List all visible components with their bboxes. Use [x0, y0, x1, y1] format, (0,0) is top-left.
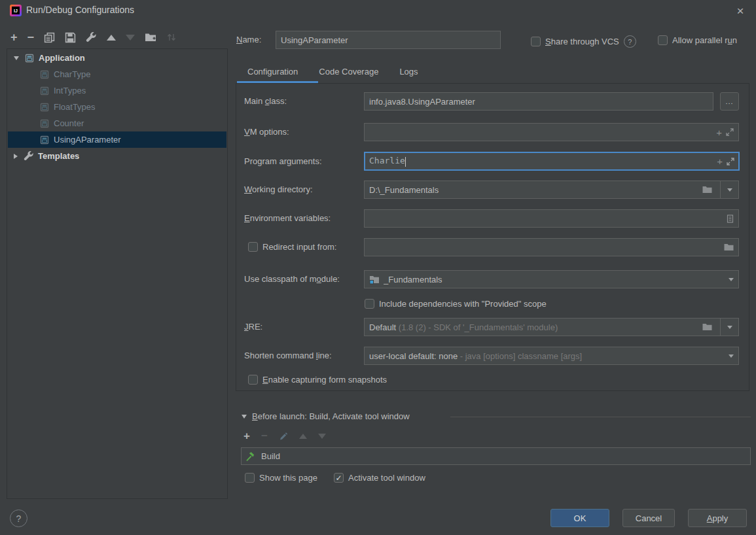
main-class-field[interactable]: info.java8.UsingAParameter: [364, 92, 713, 111]
tree-item-usingaparameter-selected[interactable]: UsingAParameter: [8, 131, 226, 148]
sort-configurations-icon: [166, 32, 177, 43]
working-directory-dropdown-button[interactable]: [720, 181, 738, 198]
tab-configuration[interactable]: Configuration: [237, 61, 308, 82]
chevron-down-icon[interactable]: [729, 278, 734, 281]
main-class-browse-button[interactable]: ...: [720, 92, 739, 111]
jre-combobox[interactable]: Default (1.8 (2) - SDK of '_Fundamentals…: [364, 318, 739, 336]
tab-code-coverage[interactable]: Code Coverage: [308, 61, 389, 82]
cancel-button[interactable]: Cancel: [622, 509, 675, 527]
add-value-icon[interactable]: +: [717, 156, 723, 167]
add-task-icon[interactable]: +: [243, 430, 250, 443]
ok-button[interactable]: OK: [550, 509, 609, 527]
build-hammer-icon: [245, 451, 256, 462]
shorten-command-line-combobox[interactable]: user-local default: none - java [options…: [364, 347, 739, 365]
folder-icon[interactable]: [702, 186, 712, 194]
expand-field-icon[interactable]: [727, 158, 734, 165]
show-this-page-label: Show this page: [259, 473, 317, 483]
intellij-logo-icon: IJ: [10, 5, 22, 16]
share-vcs-checkbox[interactable]: [531, 37, 541, 46]
form-snapshots-label: Enable capturing form snapshots: [262, 375, 387, 385]
edit-task-icon: [279, 432, 288, 441]
allow-parallel-run-label: Allow parallel run: [672, 35, 737, 45]
collapsed-triangle-icon[interactable]: [14, 154, 18, 159]
edit-templates-icon[interactable]: [86, 32, 97, 43]
tree-item-chartype[interactable]: CharType: [8, 66, 226, 82]
before-launch-toolbar: + −: [243, 430, 326, 442]
expand-field-icon[interactable]: [726, 128, 734, 136]
folder-icon[interactable]: [724, 243, 734, 251]
shorten-command-line-label: Shorten command line:: [244, 347, 332, 365]
run-debug-configurations-dialog: IJ Run/Debug Configurations × + −: [0, 0, 756, 535]
tree-item-application[interactable]: Application: [8, 50, 226, 66]
share-vcs-label: Share through VCS: [545, 37, 619, 46]
add-value-icon[interactable]: +: [716, 127, 722, 138]
tree-item-templates[interactable]: Templates: [8, 148, 226, 164]
activate-tool-window-row[interactable]: ✓ Activate tool window: [334, 473, 425, 483]
expand-triangle-icon[interactable]: [242, 415, 247, 419]
move-task-up-icon: [299, 434, 307, 439]
configurations-tree: Application CharType IntTypes FloatTypes: [7, 48, 228, 499]
application-icon: [24, 53, 35, 63]
allow-parallel-run-row[interactable]: Allow parallel run: [658, 35, 737, 45]
tree-item-floattypes[interactable]: FloatTypes: [8, 99, 226, 115]
form-snapshots-row[interactable]: Enable capturing form snapshots: [248, 375, 387, 385]
expand-triangle-icon[interactable]: [14, 56, 19, 60]
redirect-input-row[interactable]: Redirect input from:: [248, 242, 336, 252]
classpath-module-label: Use classpath of module:: [244, 270, 340, 288]
configurations-toolbar: + −: [10, 30, 177, 44]
jre-label: JRE:: [244, 318, 262, 336]
jre-dropdown-button[interactable]: [720, 319, 738, 336]
share-through-vcs-row[interactable]: Share through VCS ?: [531, 35, 636, 48]
activate-tool-window-label: Activate tool window: [348, 473, 425, 483]
program-arguments-label: Program arguments:: [244, 152, 322, 171]
classpath-module-combobox[interactable]: _Fundamentals: [364, 270, 739, 288]
form-snapshots-checkbox[interactable]: [248, 375, 258, 385]
before-launch-task-row[interactable]: Build: [241, 447, 751, 465]
section-divider: [450, 417, 751, 417]
remove-icon[interactable]: −: [27, 31, 35, 44]
wrench-icon: [24, 151, 34, 162]
environment-variables-label: Environment variables:: [244, 209, 331, 228]
working-directory-label: Working directory:: [244, 181, 313, 199]
environment-variables-field[interactable]: [364, 209, 739, 228]
move-up-icon[interactable]: [107, 35, 116, 41]
activate-tool-window-checkbox[interactable]: ✓: [334, 473, 344, 483]
provided-scope-checkbox[interactable]: [365, 299, 374, 309]
copy-configuration-icon[interactable]: [44, 32, 55, 43]
create-new-folder-icon[interactable]: [145, 32, 156, 43]
tree-item-counter[interactable]: Counter: [8, 115, 226, 131]
help-icon[interactable]: ?: [10, 509, 27, 527]
main-class-label: Main class:: [244, 92, 287, 111]
close-icon[interactable]: ×: [732, 3, 749, 20]
vcs-help-icon[interactable]: ?: [624, 35, 636, 48]
task-label: Build: [261, 451, 280, 461]
provided-scope-row[interactable]: Include dependencies with "Provided" sco…: [365, 299, 547, 309]
name-input[interactable]: UsingAParameter: [276, 31, 501, 49]
chevron-down-icon[interactable]: [729, 354, 734, 358]
tab-logs[interactable]: Logs: [389, 61, 428, 82]
add-icon[interactable]: +: [10, 31, 18, 44]
tree-item-inttypes[interactable]: IntTypes: [8, 82, 226, 99]
vm-options-label: VM options:: [244, 123, 289, 141]
redirect-input-field[interactable]: [364, 238, 739, 256]
working-directory-field[interactable]: D:\_Fundamentals: [364, 181, 739, 199]
move-down-icon: [126, 35, 135, 41]
apply-button[interactable]: Apply: [688, 509, 747, 527]
show-this-page-row[interactable]: Show this page: [245, 473, 317, 483]
module-icon: [369, 275, 380, 285]
save-configuration-icon[interactable]: [65, 32, 76, 43]
redirect-input-checkbox[interactable]: [248, 242, 258, 252]
application-icon: [39, 86, 50, 96]
before-launch-header[interactable]: Before launch: Build, Activate tool wind…: [242, 411, 410, 421]
program-arguments-field[interactable]: Charlie +: [364, 152, 740, 171]
folder-icon[interactable]: [702, 323, 712, 331]
application-icon: [39, 102, 50, 112]
vm-options-field[interactable]: +: [364, 123, 739, 141]
tab-bar: Configuration Code Coverage Logs: [237, 61, 429, 82]
browse-variables-icon[interactable]: [727, 215, 734, 223]
before-launch-label: Before launch: Build, Activate tool wind…: [252, 411, 410, 421]
name-label: Name:: [236, 31, 261, 49]
application-icon: [39, 118, 50, 129]
show-this-page-checkbox[interactable]: [245, 473, 255, 483]
allow-parallel-run-checkbox[interactable]: [658, 35, 668, 45]
